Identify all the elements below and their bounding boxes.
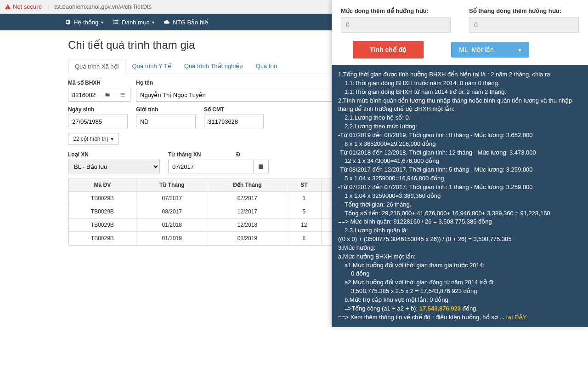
table-cell: 12/2018 [208, 218, 287, 232]
result-line: 1.1:Thời gian đóng BHXH trước năm 2014: … [338, 79, 582, 88]
result-line: 2.1.Lương theo hệ số: 0. [338, 114, 582, 122]
ml-dropdown[interactable]: ML_Một lần ▾ [451, 42, 529, 58]
table-cell: TB0029B [69, 232, 136, 245]
th: Từ Tháng [136, 178, 208, 192]
table-cell: 07/2017 [208, 192, 287, 205]
result-line: 5 x 1.04 x 3259000=16,946,800 đồng [338, 174, 582, 183]
select-loai-xn[interactable]: BL - Bảo lưu [68, 160, 160, 173]
tab-xa-hoi[interactable]: Quá trình Xã hội [68, 59, 125, 74]
label-cmt: Số CMT [204, 106, 264, 113]
divider: | [47, 3, 49, 10]
label-so-thang: Số tháng đóng thêm hưởng hưu: [469, 7, 579, 14]
table-cell: TB0029B [69, 205, 136, 218]
result-line: 2.3.Lương bình quân là: [338, 226, 582, 235]
calculate-button[interactable]: Tính chế độ [353, 41, 424, 58]
result-line: 12 x 1 x 3473000=41,676,000 đồng [338, 157, 582, 166]
column-toggle[interactable]: 22 cột hiển thị ▾ [68, 133, 119, 145]
table-cell: 08/2019 [208, 232, 287, 245]
label-ngay-sinh: Ngày sinh [68, 106, 128, 113]
label-ma-so: Mã số BHXH [68, 80, 128, 86]
nav-label: Hệ thống [74, 19, 98, 26]
chevron-down-icon: ▾ [111, 136, 113, 142]
th: ST [287, 178, 321, 192]
table-cell: 1 [287, 192, 321, 205]
result-line: 2.Tính mức bình quân tiền lương thu nhập… [338, 97, 582, 114]
tab-that-nghiep[interactable]: Quá trình Thất nghiệp [178, 59, 249, 74]
input-gioi-tinh[interactable] [136, 115, 196, 128]
nav-label: Danh mục [122, 19, 149, 26]
value-so-thang: 0 [469, 17, 579, 33]
th: Mã ĐV [69, 178, 136, 192]
input-ma-so[interactable] [68, 88, 100, 102]
btn-folder[interactable] [100, 88, 115, 102]
result-line: ((0 x 0) + (3508775.3846153845 x 26)) / … [338, 235, 582, 244]
label-d: Đ [236, 151, 245, 158]
nav-ntg[interactable]: NTG Bảo hiể [164, 19, 208, 26]
result-line: Tổng số tiền: 29,216,000+ 41,676,000+ 16… [338, 209, 582, 218]
table-cell: TB0029B [69, 192, 136, 205]
result-line: Tổng thời gian: 26 tháng. [338, 201, 582, 209]
nav-danh-muc[interactable]: Danh mục▾ [113, 19, 154, 26]
table-cell: 5 [287, 205, 321, 218]
result-line: 1.1:Thời gian đóng BHXH từ năm 2014 trở … [338, 88, 582, 97]
result-line: 2.2.Lương theo mức lương: [338, 122, 582, 131]
warning-icon [5, 4, 11, 10]
table-cell: 8 [287, 232, 321, 245]
nav-label: NTG Bảo hiể [173, 19, 208, 26]
result-panel: 1.Tổng thời gian được tính hưởng BHXH đế… [332, 65, 588, 255]
list-icon [113, 19, 119, 25]
nav-he-thong[interactable]: Hệ thống▾ [64, 19, 103, 26]
ml-label: ML_Một lần [459, 46, 494, 53]
result-line: -Từ 01/2018 đến 12/2018, Thời gian tính:… [338, 149, 582, 157]
table-cell: 12/2017 [208, 205, 287, 218]
list-icon [120, 92, 125, 98]
calculation-panel: Mức đóng thêm để hưởng hưu: 0 Số tháng đ… [332, 0, 588, 255]
table-cell: TB0029B [69, 218, 136, 232]
result-line: -Từ 07/2017 đến 07/2017, Thời gian tính:… [338, 183, 582, 192]
cloud-icon [164, 19, 170, 25]
btn-list[interactable] [115, 88, 130, 102]
th: Đến Tháng [208, 178, 287, 192]
result-line: -Từ 08/2017 đến 12/2017, Thời gian tính:… [338, 166, 582, 174]
not-secure-text: Not secure [13, 3, 42, 10]
chevron-down-icon: ▾ [518, 46, 521, 53]
result-line: -Từ 01/2019 đến 08/2019, Thời gian tính:… [338, 131, 582, 140]
url-text: tst.baohiemxahoi.gov.vn/#/chiTietQts [54, 3, 152, 10]
result-line: 8 x 1 x 3652000=29,216,000 đồng [338, 140, 582, 149]
label-loai-xn: Loại XN [68, 151, 160, 158]
calendar-icon [258, 164, 264, 169]
table-cell: 07/2017 [136, 192, 208, 205]
input-ngay-sinh[interactable] [68, 115, 128, 128]
input-cmt[interactable] [204, 115, 264, 128]
table-cell: 01/2019 [136, 232, 208, 245]
tab-y-te[interactable]: Quá trình Y Tế [125, 59, 177, 74]
folder-icon [105, 92, 110, 98]
label-gioi-tinh: Giới tính [136, 106, 196, 113]
gear-icon [64, 19, 71, 25]
btn-calendar[interactable] [254, 160, 269, 173]
tab-qua-trinh[interactable]: Quá trìn [249, 59, 284, 74]
table-cell: 12 [287, 218, 321, 232]
value-muc-dong: 0 [341, 17, 451, 33]
result-line: a.Mức hưởng BHXH một lần: [338, 253, 582, 255]
result-line: 1.Tổng thời gian được tính hưởng BHXH đế… [338, 70, 582, 79]
result-line: 1 x 1.04 x 3259000=3,389,360 đồng [338, 192, 582, 201]
table-cell: 08/2017 [136, 205, 208, 218]
result-line: 3.Mức hưởng: [338, 244, 582, 253]
col-toggle-text: 22 cột hiển thị [73, 136, 108, 142]
table-cell: 01/2018 [136, 218, 208, 232]
label-muc-dong: Mức đóng thêm để hưởng hưu: [341, 7, 451, 14]
not-secure-badge: Not secure [5, 3, 42, 10]
label-tu-thang: Từ tháng XN [168, 151, 228, 158]
result-line: ==> Mức bình quân: 91228160 / 26 = 3,508… [338, 218, 582, 226]
